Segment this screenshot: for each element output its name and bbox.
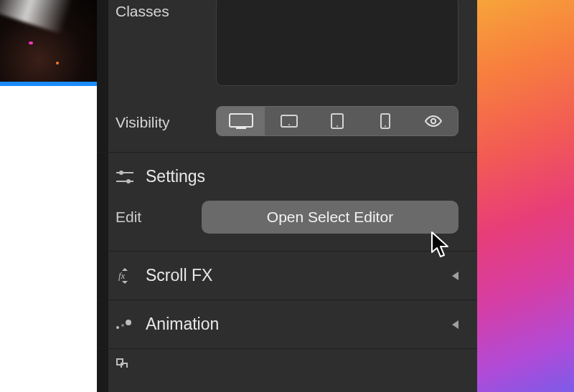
svg-rect-1 [236,128,246,129]
svg-point-16 [116,326,119,329]
svg-point-10 [119,171,123,175]
svg-point-5 [337,125,338,127]
svg-point-8 [431,119,436,123]
edit-label: Edit [116,209,202,226]
svg-rect-0 [230,114,253,127]
open-select-editor-button[interactable]: Open Select Editor [202,201,458,234]
scrollfx-title: Scroll FX [146,266,212,285]
visibility-tablet-portrait[interactable] [313,107,361,135]
svg-marker-15 [122,281,128,284]
scrollfx-icon: fx [116,268,134,284]
properties-section: Classes Visibility [97,0,477,153]
svg-marker-14 [122,268,128,271]
scrollfx-header[interactable]: fx Scroll FX [97,252,477,300]
visibility-desktop[interactable] [217,107,265,135]
svg-point-18 [126,320,131,325]
canvas-preview-column [0,0,97,392]
svg-point-3 [288,124,290,125]
visibility-tablet-landscape[interactable] [265,107,313,135]
svg-point-7 [385,125,386,127]
eye-icon [424,115,443,127]
preview-spark-1 [29,42,33,44]
scrollfx-section: fx Scroll FX [97,252,477,300]
visibility-phone[interactable] [362,107,410,135]
chevron-left-icon [452,272,458,280]
animation-header[interactable]: Animation [97,300,477,348]
chevron-left-icon [452,320,458,329]
settings-section: Settings Edit Open Select Editor [97,153,477,252]
canvas-preview-thumbnail[interactable] [0,0,97,86]
classes-label: Classes [116,0,216,20]
svg-text:fx: fx [118,270,126,281]
desktop-wallpaper [477,0,574,392]
attributes-icon [116,358,131,371]
settings-title: Settings [146,167,205,186]
visibility-preview[interactable] [410,107,458,135]
phone-icon [380,113,390,129]
preview-spark-2 [56,62,59,64]
svg-point-17 [121,324,124,327]
sliders-icon [116,170,134,184]
desktop-icon [229,113,253,129]
preview-selection-bar [0,82,97,86]
partial-section [97,349,477,371]
tablet-portrait-icon [331,113,344,129]
settings-header[interactable]: Settings [97,153,477,201]
visibility-label: Visibility [116,111,216,131]
svg-point-12 [126,179,131,183]
classes-input[interactable] [216,0,458,86]
tablet-landscape-icon [281,115,298,128]
animation-section: Animation [97,300,477,349]
animation-icon [116,320,134,330]
animation-title: Animation [146,315,219,334]
inspector-panel: Classes Visibility [97,0,477,392]
visibility-toggle-group [216,106,458,136]
